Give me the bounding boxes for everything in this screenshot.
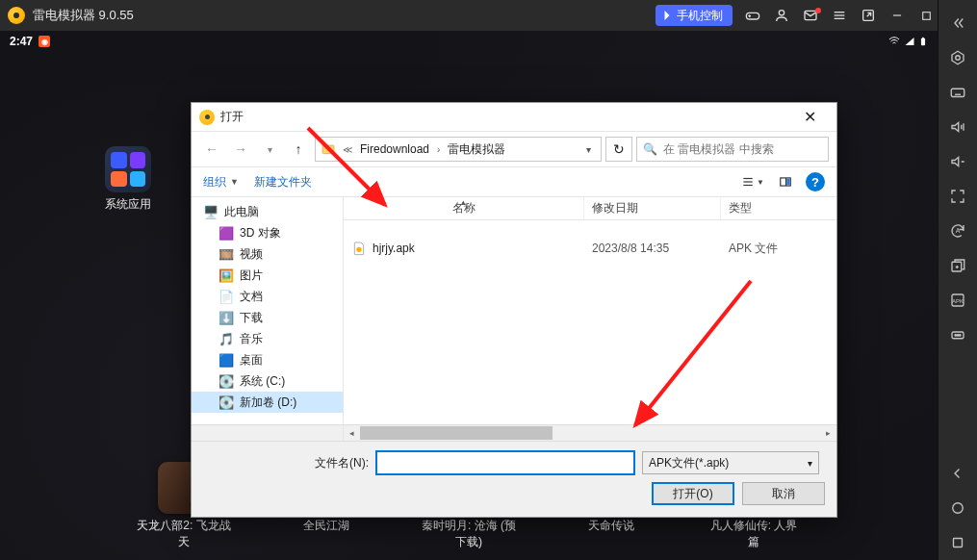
image-icon: 🖼️ [219,267,234,283]
dialog-titlebar: 打开 ✕ [192,103,836,132]
volume-up-icon[interactable] [942,112,973,142]
organize-button[interactable]: 组织▼ [203,174,239,191]
tree-item[interactable]: 📄文档 [192,286,343,307]
tree-item[interactable]: ⬇️下载 [192,307,343,328]
dialog-close-icon[interactable]: ✕ [790,106,829,129]
file-row[interactable]: hjrjy.apk2023/8/8 14:35APK 文件 [344,238,836,259]
maximize-icon[interactable] [913,4,938,27]
minimize-icon[interactable] [885,4,910,27]
nav-recent-dropdown[interactable]: ▾ [257,137,282,162]
address-bar[interactable]: ≪ Firedownload › 雷电模拟器 ▾ [315,137,602,162]
view-mode-button[interactable]: ▼ [740,171,765,192]
refresh-button[interactable]: ↻ [605,137,632,162]
new-folder-button[interactable]: 新建文件夹 [254,174,312,191]
preview-pane-button[interactable] [773,171,798,192]
breadcrumb-sep[interactable]: ≪ [341,144,354,155]
tree-item[interactable]: 🟪3D 对象 [192,222,343,243]
dialog-nav: ← → ▾ ↑ ≪ Firedownload › 雷电模拟器 ▾ ↻ 🔍 [192,132,836,166]
dock-item-label: 全民江湖 [278,518,374,534]
emulator-desktop: 2:47 ◉ 系统应用 天龙八部2: 飞龙战天 全民江湖 秦时明月: 沧海 (预… [0,31,938,560]
pc-icon: 🖥️ [203,204,219,219]
collapse-toolbar-icon[interactable] [942,8,973,38]
multi-window-icon[interactable] [942,250,973,281]
svg-rect-37 [786,179,790,186]
download-icon: ⬇️ [219,310,234,325]
col-header-type[interactable]: 类型 [721,197,836,219]
android-statusbar: 2:47 ◉ [0,31,938,52]
address-dropdown-icon[interactable]: ▾ [580,140,597,159]
tree-item[interactable]: 🖼️图片 [192,265,343,286]
more-icon[interactable] [942,319,973,350]
tree-item[interactable]: 💽新加卷 (D:) [192,392,343,413]
signal-icon [903,36,916,47]
cancel-button[interactable]: 取消 [742,482,825,505]
tree-item-label: 3D 对象 [240,225,281,242]
nav-back-button[interactable]: ← [199,137,224,162]
account-icon[interactable] [769,4,794,27]
tree-item[interactable]: 🖥️此电脑 [192,201,343,222]
keyboard-icon[interactable] [942,77,973,108]
file-name: hjrjy.apk [373,242,415,255]
file-date: 2023/8/8 14:35 [584,242,721,255]
gamepad-icon[interactable] [740,4,765,27]
search-icon: 🔍 [643,142,657,156]
scroll-thumb[interactable] [360,426,553,440]
tree-item[interactable]: 🟦桌面 [192,349,343,370]
desktop-icon-system-apps[interactable]: 系统应用 [90,146,167,213]
filename-input[interactable] [376,451,634,474]
settings-hex-icon[interactable] [942,42,973,73]
filename-label: 文件名(N): [203,455,369,471]
dialog-title: 打开 [220,109,244,125]
drive-icon: 💽 [219,373,234,389]
tree-item-label: 下载 [240,310,263,326]
horizontal-scrollbar[interactable]: ◂▸ [192,424,836,441]
3d-icon: 🟪 [219,225,234,241]
search-box[interactable]: 🔍 [636,137,829,162]
mail-icon[interactable] [798,4,823,27]
popout-icon[interactable] [856,4,881,27]
volume-down-icon[interactable] [942,146,973,177]
dialog-footer: 文件名(N): APK文件(*.apk)▾ 打开(O) 取消 [192,441,836,517]
svg-point-1 [779,11,784,15]
statusbar-time: 2:47 [10,35,33,48]
breadcrumb-chevron-icon[interactable]: › [435,144,442,155]
tree-item[interactable]: 🎞️视频 [192,243,343,265]
breadcrumb[interactable]: Firedownload [356,140,433,158]
filetype-dropdown[interactable]: APK文件(*.apk)▾ [642,451,819,474]
nav-recent-icon[interactable] [942,527,973,558]
help-button[interactable]: ? [806,172,825,191]
install-apk-icon[interactable]: APK [942,285,973,316]
col-header-name[interactable]: ▴名称 [344,197,584,219]
folder-icon [320,140,337,158]
search-input[interactable] [663,142,822,156]
svg-point-25 [955,335,957,337]
mic-badge-icon: ◉ [39,36,50,47]
svg-text:APK: APK [952,298,964,304]
svg-rect-8 [922,12,930,19]
tree-item-label: 系统 (C:) [240,373,285,390]
svg-marker-11 [952,51,964,64]
col-header-date[interactable]: 修改日期 [584,197,721,219]
nav-back-icon[interactable] [942,458,973,489]
nav-forward-button[interactable]: → [228,137,253,162]
sync-icon[interactable]: A [942,216,973,246]
fullscreen-icon[interactable] [942,181,973,212]
titlebar: 雷电模拟器 9.0.55 手机控制 [0,0,977,31]
svg-text:A: A [956,227,961,234]
file-list: ▴名称 修改日期 类型 hjrjy.apk2023/8/8 14:35APK 文… [344,197,836,424]
svg-point-12 [956,56,961,61]
nav-up-button[interactable]: ↑ [286,137,311,162]
tree-item[interactable]: 🎵音乐 [192,328,343,349]
tree-item[interactable]: 💽系统 (C:) [192,370,343,392]
open-button[interactable]: 打开(O) [652,482,734,505]
svg-rect-30 [921,38,925,46]
apk-file-icon [351,241,367,256]
phone-control-button[interactable]: 手机控制 [656,5,733,26]
breadcrumb[interactable]: 雷电模拟器 [444,140,509,160]
menu-icon[interactable] [827,4,852,27]
svg-point-26 [957,335,959,337]
folder-tree: 🖥️此电脑🟪3D 对象🎞️视频🖼️图片📄文档⬇️下载🎵音乐🟦桌面💽系统 (C:)… [192,197,344,424]
svg-rect-13 [951,89,964,96]
nav-home-icon[interactable] [942,493,973,523]
desktop-icon-label: 系统应用 [90,196,167,213]
